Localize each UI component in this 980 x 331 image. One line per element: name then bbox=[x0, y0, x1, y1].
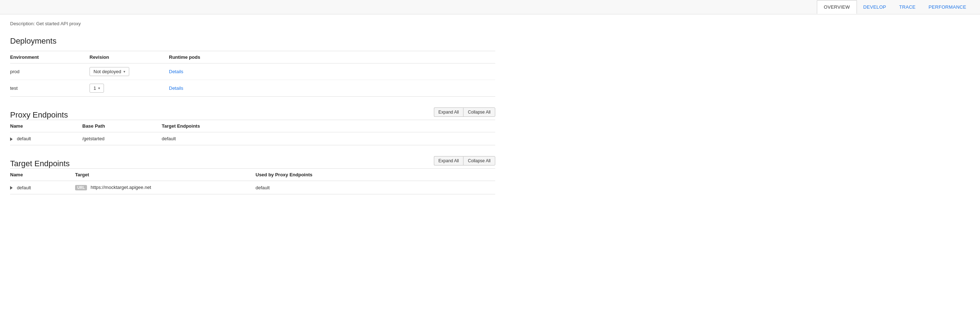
url-badge: URL bbox=[75, 185, 87, 190]
target-endpoints-table: Name Target Used by Proxy Endpoints defa… bbox=[10, 168, 495, 194]
expand-arrow-icon[interactable] bbox=[10, 186, 13, 190]
main-content: Description: Get started API proxy Deplo… bbox=[0, 14, 505, 212]
tab-trace[interactable]: TRACE bbox=[892, 0, 922, 14]
revision-dropdown-test[interactable]: 1 ▾ bbox=[89, 84, 104, 93]
proxy-endpoints-table: Name Base Path Target Endpoints default … bbox=[10, 120, 495, 145]
col-header-runtime-pods: Runtime pods bbox=[169, 51, 495, 63]
tab-overview[interactable]: OVERVIEW bbox=[817, 0, 857, 14]
target-endpoints-title: Target Endpoints bbox=[10, 159, 70, 168]
table-row: test 1 ▾ Details bbox=[10, 80, 495, 97]
top-nav: OVERVIEW DEVELOP TRACE PERFORMANCE bbox=[0, 0, 980, 14]
target-ep-name-label: default bbox=[17, 185, 31, 190]
tab-performance[interactable]: PERFORMANCE bbox=[922, 0, 973, 14]
proxy-collapse-all-button[interactable]: Collapse All bbox=[463, 108, 495, 117]
col-header-ep-target: Target Endpoints bbox=[162, 120, 495, 132]
deploy-details-prod: Details bbox=[169, 63, 495, 80]
target-endpoints-header: Target Endpoints Expand All Collapse All bbox=[10, 156, 495, 168]
deployments-title: Deployments bbox=[10, 36, 495, 46]
proxy-endpoints-btn-group: Expand All Collapse All bbox=[434, 108, 495, 117]
proxy-endpoints-header-row: Name Base Path Target Endpoints bbox=[10, 120, 495, 132]
revision-value-test: 1 bbox=[94, 86, 96, 91]
target-expand-all-button[interactable]: Expand All bbox=[434, 156, 463, 166]
revision-dropdown-prod[interactable]: Not deployed ▾ bbox=[89, 67, 129, 76]
target-ep-used-default: default bbox=[256, 181, 495, 194]
proxy-endpoints-header: Proxy Endpoints Expand All Collapse All bbox=[10, 108, 495, 120]
chevron-down-icon: ▾ bbox=[98, 86, 100, 90]
proxy-ep-target-default: default bbox=[162, 132, 495, 145]
col-header-ep-base: Base Path bbox=[82, 120, 162, 132]
proxy-ep-name-default: default bbox=[10, 132, 82, 145]
col-header-te-target: Target bbox=[75, 169, 256, 181]
proxy-ep-name-label: default bbox=[17, 136, 31, 141]
deployments-table: Environment Revision Runtime pods prod N… bbox=[10, 51, 495, 97]
target-endpoints-btn-group: Expand All Collapse All bbox=[434, 156, 495, 166]
target-endpoints-header-row: Name Target Used by Proxy Endpoints bbox=[10, 169, 495, 181]
deploy-details-test: Details bbox=[169, 80, 495, 97]
deploy-revision-prod: Not deployed ▾ bbox=[89, 63, 169, 80]
deploy-revision-test: 1 ▾ bbox=[89, 80, 169, 97]
revision-value-prod: Not deployed bbox=[94, 69, 121, 74]
expand-arrow-icon[interactable] bbox=[10, 137, 13, 141]
col-header-revision: Revision bbox=[89, 51, 169, 63]
col-header-environment: Environment bbox=[10, 51, 89, 63]
deployments-header-row: Environment Revision Runtime pods bbox=[10, 51, 495, 63]
deploy-env-test: test bbox=[10, 80, 89, 97]
table-row: default /getstarted default bbox=[10, 132, 495, 145]
details-link-test[interactable]: Details bbox=[169, 86, 183, 91]
target-ep-target-default: URL https://mocktarget.apigee.net bbox=[75, 181, 256, 194]
target-collapse-all-button[interactable]: Collapse All bbox=[463, 156, 495, 166]
deployments-section: Deployments Environment Revision Runtime… bbox=[10, 36, 495, 97]
api-description: Description: Get started API proxy bbox=[10, 21, 495, 26]
table-row: prod Not deployed ▾ Details bbox=[10, 63, 495, 80]
col-header-ep-name: Name bbox=[10, 120, 82, 132]
proxy-expand-all-button[interactable]: Expand All bbox=[434, 108, 463, 117]
target-endpoints-section: Target Endpoints Expand All Collapse All… bbox=[10, 156, 495, 194]
chevron-down-icon: ▾ bbox=[123, 70, 125, 74]
proxy-ep-base-default: /getstarted bbox=[82, 132, 162, 145]
target-ep-name-default: default bbox=[10, 181, 75, 194]
details-link-prod[interactable]: Details bbox=[169, 69, 183, 74]
proxy-endpoints-section: Proxy Endpoints Expand All Collapse All … bbox=[10, 108, 495, 145]
proxy-endpoints-title: Proxy Endpoints bbox=[10, 110, 68, 120]
deploy-env-prod: prod bbox=[10, 63, 89, 80]
col-header-te-name: Name bbox=[10, 169, 75, 181]
table-row: default URL https://mocktarget.apigee.ne… bbox=[10, 181, 495, 194]
target-ep-url-value: https://mocktarget.apigee.net bbox=[91, 185, 151, 190]
tab-develop[interactable]: DEVELOP bbox=[857, 0, 893, 14]
col-header-te-used: Used by Proxy Endpoints bbox=[256, 169, 495, 181]
